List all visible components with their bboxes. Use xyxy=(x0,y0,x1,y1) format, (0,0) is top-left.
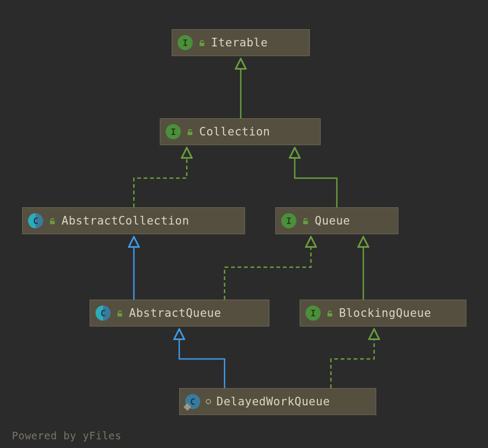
node-blockingqueue[interactable]: I BlockingQueue xyxy=(300,300,466,327)
unlock-icon xyxy=(49,217,56,225)
interface-icon: I xyxy=(166,124,181,139)
node-label: Queue xyxy=(315,214,350,227)
node-abstractcollection[interactable]: C AbstractCollection xyxy=(22,207,245,234)
abstract-class-icon: C xyxy=(28,213,43,228)
unlock-icon xyxy=(198,39,206,46)
unlock-icon xyxy=(326,309,334,317)
node-iterable[interactable]: I Iterable xyxy=(172,29,310,56)
node-delayedworkqueue[interactable]: C DelayedWorkQueue xyxy=(179,388,376,415)
diagram-canvas: I Iterable I Collection C AbstractCollec… xyxy=(0,0,488,448)
edge-delayedworkqueue-blockingqueue xyxy=(331,334,374,388)
node-label: AbstractCollection xyxy=(62,214,189,227)
edge-queue-collection xyxy=(295,153,337,207)
interface-icon: I xyxy=(306,306,321,321)
edge-delayedworkqueue-abstractqueue xyxy=(179,334,225,388)
node-queue[interactable]: I Queue xyxy=(275,207,398,234)
footer-attribution: Powered by yFiles xyxy=(12,430,121,442)
package-private-icon xyxy=(206,399,211,404)
class-icon: C xyxy=(185,394,200,409)
node-abstractqueue[interactable]: C AbstractQueue xyxy=(90,300,269,327)
node-collection[interactable]: I Collection xyxy=(160,118,321,145)
node-label: Iterable xyxy=(211,36,268,49)
node-label: Collection xyxy=(199,125,270,138)
unlock-icon xyxy=(186,128,194,135)
edge-abstractcollection-collection xyxy=(134,153,187,207)
node-label: DelayedWorkQueue xyxy=(216,395,330,408)
abstract-class-icon: C xyxy=(96,306,111,321)
unlock-icon xyxy=(116,309,124,317)
node-label: AbstractQueue xyxy=(129,307,221,320)
interface-icon: I xyxy=(178,35,193,50)
unlock-icon xyxy=(302,217,309,225)
node-label: BlockingQueue xyxy=(339,307,431,320)
interface-icon: I xyxy=(281,213,296,228)
edge-abstractqueue-queue xyxy=(225,242,311,300)
